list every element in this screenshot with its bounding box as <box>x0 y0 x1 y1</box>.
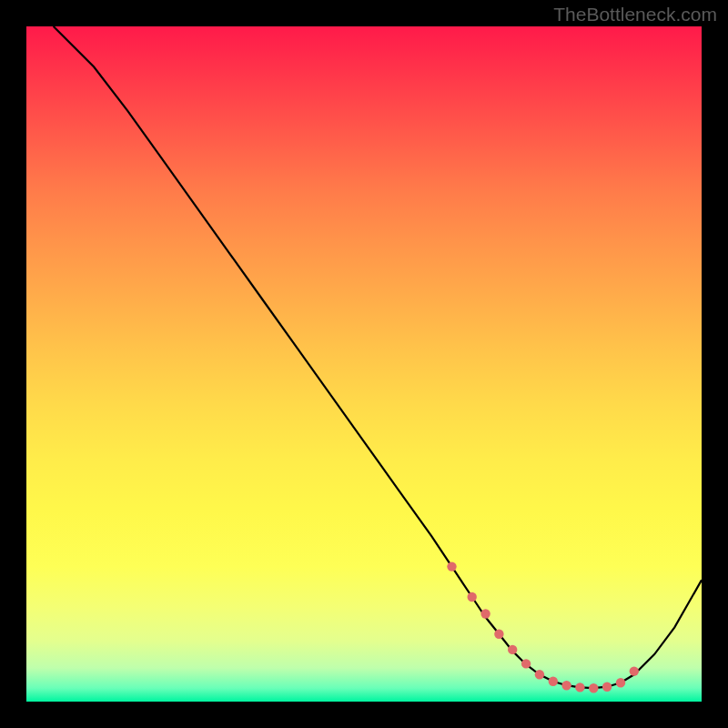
highlight-dot <box>616 678 625 687</box>
highlight-dots-group <box>447 561 639 693</box>
highlight-dot <box>468 592 477 602</box>
highlight-dot <box>480 609 490 618</box>
highlight-dot <box>561 681 571 690</box>
highlight-dot <box>447 561 456 571</box>
chart-svg <box>26 26 702 702</box>
watermark-text: TheBottleneck.com <box>553 4 717 25</box>
highlight-dot <box>494 630 503 639</box>
chart-gradient-background <box>26 26 702 702</box>
highlight-dot <box>549 677 558 686</box>
highlight-dot <box>630 666 639 675</box>
highlight-dot <box>521 659 531 668</box>
highlight-dot <box>535 670 544 679</box>
highlight-dot <box>589 683 598 693</box>
curve-line <box>54 26 702 688</box>
highlight-dot <box>602 682 612 692</box>
highlight-dot <box>508 645 517 654</box>
highlight-dot <box>575 682 584 692</box>
